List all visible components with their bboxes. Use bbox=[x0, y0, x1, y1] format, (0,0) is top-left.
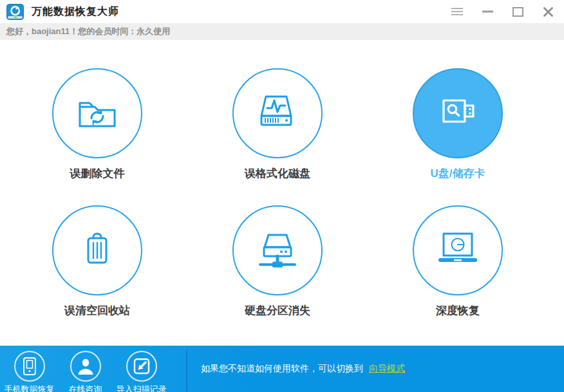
drive-wave-icon bbox=[253, 93, 302, 134]
footer-item-online-support[interactable]: 在线咨询 bbox=[57, 351, 113, 392]
footer-hint: 如果您不知道如何使用软件，可以切换到 向导模式 bbox=[201, 346, 405, 392]
footer-actions: 手机数据恢复 在线咨询 bbox=[1, 351, 169, 392]
feature-deleted-files[interactable]: 误删除文件 bbox=[52, 68, 142, 181]
minimize-icon[interactable] bbox=[481, 5, 494, 18]
footer-circle[interactable] bbox=[14, 351, 45, 382]
feature-circle[interactable] bbox=[413, 205, 503, 295]
window-controls bbox=[451, 5, 554, 18]
app-logo-icon bbox=[6, 4, 24, 20]
feature-circle[interactable] bbox=[52, 205, 142, 295]
footer-circle[interactable] bbox=[70, 351, 101, 382]
close-icon[interactable] bbox=[541, 5, 554, 18]
window-title: 万能数据恢复大师 bbox=[32, 5, 119, 19]
usb-search-icon bbox=[433, 93, 482, 134]
menu-icon[interactable] bbox=[451, 5, 464, 18]
main-area: 误删除文件 误格 bbox=[0, 40, 564, 318]
feature-label: 误格式化磁盘 bbox=[245, 166, 310, 181]
footer-item-phone-recovery[interactable]: 手机数据恢复 bbox=[1, 351, 57, 392]
footer-bar: 手机数据恢复 在线咨询 bbox=[0, 346, 564, 392]
maximize-icon[interactable] bbox=[511, 5, 524, 18]
feature-lost-partition[interactable]: 硬盘分区消失 bbox=[232, 205, 323, 318]
trash-icon bbox=[73, 230, 122, 271]
footer-item-label: 在线咨询 bbox=[69, 384, 102, 392]
feature-circle[interactable] bbox=[52, 68, 142, 158]
feature-label: 误清空回收站 bbox=[64, 303, 130, 318]
feature-label: 硬盘分区消失 bbox=[245, 303, 310, 318]
feature-circle[interactable] bbox=[232, 205, 323, 295]
feature-circle[interactable] bbox=[413, 68, 503, 158]
folder-recycle-icon bbox=[73, 93, 122, 134]
app-window: 万能数据恢复大师 您好，baojian11！您的会员时间：永久使用 bbox=[0, 0, 564, 392]
phone-icon bbox=[22, 357, 37, 376]
member-status-bar: 您好，baojian11！您的会员时间：永久使用 bbox=[0, 23, 564, 40]
member-status-text: 您好，baojian11！您的会员时间：永久使用 bbox=[6, 26, 170, 37]
feature-formatted-disk[interactable]: 误格式化磁盘 bbox=[232, 68, 323, 181]
footer-item-import-scan[interactable]: 导入扫描记录 bbox=[113, 351, 169, 392]
feature-label: U盘/储存卡 bbox=[431, 166, 485, 181]
feature-recycle-bin[interactable]: 误清空回收站 bbox=[52, 205, 142, 318]
footer-divider bbox=[186, 351, 187, 392]
feature-label: 误删除文件 bbox=[70, 166, 125, 181]
footer-hint-text: 如果您不知道如何使用软件，可以切换到 bbox=[201, 363, 363, 375]
footer-circle[interactable] bbox=[126, 351, 157, 382]
footer-item-label: 导入扫描记录 bbox=[117, 384, 167, 392]
feature-label: 深度恢复 bbox=[436, 303, 480, 318]
drive-network-icon bbox=[253, 230, 302, 271]
import-icon bbox=[132, 357, 151, 376]
title-bar: 万能数据恢复大师 bbox=[0, 0, 564, 23]
wizard-mode-link[interactable]: 向导模式 bbox=[369, 363, 405, 375]
feature-usb-card[interactable]: U盘/储存卡 bbox=[413, 68, 503, 181]
person-icon bbox=[76, 357, 95, 376]
footer-item-label: 手机数据恢复 bbox=[5, 384, 55, 392]
feature-circle[interactable] bbox=[232, 68, 323, 158]
laptop-clock-icon bbox=[433, 230, 482, 271]
feature-deep-recovery[interactable]: 深度恢复 bbox=[413, 205, 503, 318]
